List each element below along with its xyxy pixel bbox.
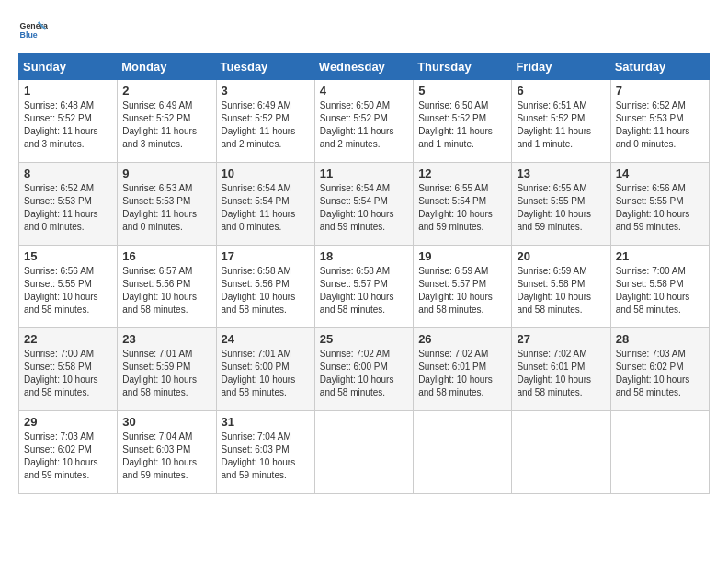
day-info: Sunrise: 7:02 AMSunset: 6:01 PMDaylight:… (517, 348, 605, 399)
day-info: Sunrise: 6:50 AMSunset: 5:52 PMDaylight:… (418, 99, 506, 151)
day-info: Sunrise: 6:57 AMSunset: 5:56 PMDaylight:… (122, 265, 210, 316)
day-number: 20 (517, 249, 605, 263)
calendar-cell: 1Sunrise: 6:48 AMSunset: 5:52 PMDaylight… (19, 80, 118, 163)
page-header: General Blue (18, 18, 710, 44)
day-info: Sunrise: 6:55 AMSunset: 5:55 PMDaylight:… (517, 182, 605, 234)
day-number: 1 (24, 84, 112, 98)
week-row-2: 8Sunrise: 6:52 AMSunset: 5:53 PMDaylight… (19, 163, 710, 246)
svg-text:Blue: Blue (20, 30, 38, 40)
day-info: Sunrise: 7:03 AMSunset: 6:02 PMDaylight:… (616, 348, 704, 399)
calendar-cell: 9Sunrise: 6:53 AMSunset: 5:53 PMDaylight… (118, 163, 216, 246)
day-number: 4 (320, 84, 408, 98)
day-number: 5 (418, 84, 506, 98)
day-number: 10 (222, 167, 310, 180)
day-info: Sunrise: 7:00 AMSunset: 5:58 PMDaylight:… (616, 265, 704, 316)
calendar-cell: 14Sunrise: 6:56 AMSunset: 5:55 PMDayligh… (610, 163, 709, 246)
logo-icon: General Blue (18, 18, 48, 44)
column-header-thursday: Thursday (414, 54, 512, 80)
day-info: Sunrise: 6:49 AMSunset: 5:52 PMDaylight:… (122, 99, 210, 151)
calendar-cell: 6Sunrise: 6:51 AMSunset: 5:52 PMDaylight… (512, 80, 610, 163)
calendar-cell: 27Sunrise: 7:02 AMSunset: 6:01 PMDayligh… (512, 328, 610, 411)
calendar-cell: 18Sunrise: 6:58 AMSunset: 5:57 PMDayligh… (314, 246, 413, 328)
day-number: 13 (517, 167, 605, 180)
calendar-cell: 5Sunrise: 6:50 AMSunset: 5:52 PMDaylight… (414, 80, 512, 163)
calendar-cell: 29Sunrise: 7:03 AMSunset: 6:02 PMDayligh… (19, 411, 118, 494)
day-info: Sunrise: 7:02 AMSunset: 6:00 PMDaylight:… (320, 348, 408, 399)
day-number: 31 (222, 415, 310, 429)
calendar-cell: 23Sunrise: 7:01 AMSunset: 5:59 PMDayligh… (118, 328, 216, 411)
day-info: Sunrise: 7:00 AMSunset: 5:58 PMDaylight:… (24, 348, 112, 399)
day-info: Sunrise: 6:54 AMSunset: 5:54 PMDaylight:… (320, 182, 408, 234)
day-info: Sunrise: 7:03 AMSunset: 6:02 PMDaylight:… (24, 431, 112, 482)
calendar-cell: 22Sunrise: 7:00 AMSunset: 5:58 PMDayligh… (19, 328, 118, 411)
calendar-cell: 19Sunrise: 6:59 AMSunset: 5:57 PMDayligh… (414, 246, 512, 328)
day-info: Sunrise: 6:53 AMSunset: 5:53 PMDaylight:… (122, 182, 210, 234)
week-row-4: 22Sunrise: 7:00 AMSunset: 5:58 PMDayligh… (19, 328, 710, 411)
calendar-cell: 25Sunrise: 7:02 AMSunset: 6:00 PMDayligh… (314, 328, 413, 411)
day-number: 28 (616, 332, 704, 346)
day-number: 6 (517, 84, 605, 98)
calendar-cell: 2Sunrise: 6:49 AMSunset: 5:52 PMDaylight… (118, 80, 216, 163)
week-row-3: 15Sunrise: 6:56 AMSunset: 5:55 PMDayligh… (19, 246, 710, 328)
calendar-table: SundayMondayTuesdayWednesdayThursdayFrid… (18, 53, 710, 494)
day-info: Sunrise: 6:58 AMSunset: 5:57 PMDaylight:… (320, 265, 408, 316)
calendar-cell: 24Sunrise: 7:01 AMSunset: 6:00 PMDayligh… (216, 328, 314, 411)
day-number: 16 (122, 249, 210, 263)
day-info: Sunrise: 6:56 AMSunset: 5:55 PMDaylight:… (616, 182, 704, 234)
logo: General Blue (18, 18, 48, 44)
day-number: 15 (24, 249, 112, 263)
day-number: 29 (24, 415, 112, 429)
day-number: 3 (222, 84, 310, 98)
calendar-cell: 16Sunrise: 6:57 AMSunset: 5:56 PMDayligh… (118, 246, 216, 328)
day-info: Sunrise: 6:54 AMSunset: 5:54 PMDaylight:… (222, 182, 310, 234)
day-info: Sunrise: 7:02 AMSunset: 6:01 PMDaylight:… (418, 348, 506, 399)
column-header-tuesday: Tuesday (216, 54, 314, 80)
day-info: Sunrise: 7:01 AMSunset: 5:59 PMDaylight:… (122, 348, 210, 399)
day-number: 25 (320, 332, 408, 346)
column-header-saturday: Saturday (610, 54, 709, 80)
column-header-sunday: Sunday (19, 54, 118, 80)
day-number: 21 (616, 249, 704, 263)
day-number: 26 (418, 332, 506, 346)
day-number: 18 (320, 249, 408, 263)
calendar-cell: 31Sunrise: 7:04 AMSunset: 6:03 PMDayligh… (216, 411, 314, 494)
calendar-cell: 11Sunrise: 6:54 AMSunset: 5:54 PMDayligh… (314, 163, 413, 246)
day-number: 14 (616, 167, 704, 180)
column-header-monday: Monday (118, 54, 216, 80)
day-info: Sunrise: 7:04 AMSunset: 6:03 PMDaylight:… (222, 431, 310, 482)
calendar-cell: 20Sunrise: 6:59 AMSunset: 5:58 PMDayligh… (512, 246, 610, 328)
day-number: 22 (24, 332, 112, 346)
day-number: 24 (222, 332, 310, 346)
column-header-friday: Friday (512, 54, 610, 80)
day-info: Sunrise: 6:52 AMSunset: 5:53 PMDaylight:… (24, 182, 112, 234)
day-number: 12 (418, 167, 506, 180)
day-number: 27 (517, 332, 605, 346)
day-number: 7 (616, 84, 704, 98)
calendar-cell: 21Sunrise: 7:00 AMSunset: 5:58 PMDayligh… (610, 246, 709, 328)
header-row: SundayMondayTuesdayWednesdayThursdayFrid… (19, 54, 710, 80)
calendar-cell: 30Sunrise: 7:04 AMSunset: 6:03 PMDayligh… (118, 411, 216, 494)
day-info: Sunrise: 6:59 AMSunset: 5:58 PMDaylight:… (517, 265, 605, 316)
day-number: 23 (122, 332, 210, 346)
day-number: 8 (24, 167, 112, 180)
day-info: Sunrise: 6:49 AMSunset: 5:52 PMDaylight:… (222, 99, 310, 151)
day-number: 9 (122, 167, 210, 180)
day-number: 17 (222, 249, 310, 263)
calendar-cell (414, 411, 512, 494)
day-info: Sunrise: 6:59 AMSunset: 5:57 PMDaylight:… (418, 265, 506, 316)
day-info: Sunrise: 6:52 AMSunset: 5:53 PMDaylight:… (616, 99, 704, 151)
day-info: Sunrise: 6:48 AMSunset: 5:52 PMDaylight:… (24, 99, 112, 151)
week-row-1: 1Sunrise: 6:48 AMSunset: 5:52 PMDaylight… (19, 80, 710, 163)
day-info: Sunrise: 6:55 AMSunset: 5:54 PMDaylight:… (418, 182, 506, 234)
svg-text:General: General (20, 21, 48, 30)
calendar-cell: 28Sunrise: 7:03 AMSunset: 6:02 PMDayligh… (610, 328, 709, 411)
calendar-cell (512, 411, 610, 494)
week-row-5: 29Sunrise: 7:03 AMSunset: 6:02 PMDayligh… (19, 411, 710, 494)
day-info: Sunrise: 7:04 AMSunset: 6:03 PMDaylight:… (122, 431, 210, 482)
calendar-cell: 15Sunrise: 6:56 AMSunset: 5:55 PMDayligh… (19, 246, 118, 328)
column-header-wednesday: Wednesday (314, 54, 413, 80)
day-info: Sunrise: 6:50 AMSunset: 5:52 PMDaylight:… (320, 99, 408, 151)
calendar-cell (314, 411, 413, 494)
calendar-cell: 26Sunrise: 7:02 AMSunset: 6:01 PMDayligh… (414, 328, 512, 411)
day-info: Sunrise: 6:56 AMSunset: 5:55 PMDaylight:… (24, 265, 112, 316)
